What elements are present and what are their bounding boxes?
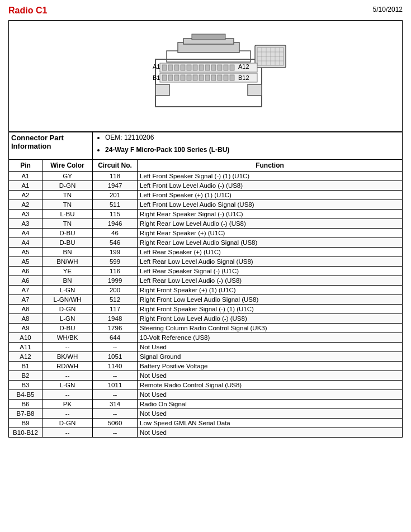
table-row: A1D-GN1947Left Front Low Level Audio (-)… — [9, 181, 403, 191]
cell-circuit: 5060 — [93, 419, 138, 428]
svg-rect-35 — [199, 75, 204, 80]
table-row: B4-B5----Not Used — [9, 390, 403, 400]
col-header-pin: Pin — [9, 160, 42, 172]
cell-circuit: 1946 — [93, 219, 138, 229]
cell-circuit: 1051 — [93, 352, 138, 362]
cell-circuit: -- — [93, 343, 138, 352]
cell-pin: B7-B8 — [9, 409, 42, 419]
cell-pin: A7 — [9, 295, 42, 305]
oem-info-cell: OEM: 12110206 24-Way F Micro-Pack 100 Se… — [93, 132, 403, 160]
col-header-wire: Wire Color — [42, 160, 93, 172]
cell-function: Left Rear Speaker (+) (U1C) — [138, 248, 403, 257]
table-row: A2TN511Left Front Low Level Audio Signal… — [9, 200, 403, 210]
cell-wire: D-BU — [42, 324, 93, 333]
svg-rect-41 — [155, 84, 169, 96]
table-row: A7L-GN200Right Front Speaker (+) (1) (U1… — [9, 286, 403, 295]
svg-text:A1: A1 — [153, 63, 160, 70]
cell-function: Left Rear Low Level Audio (-) (US8) — [138, 276, 403, 286]
cell-function: Left Front Low Level Audio (-) (US8) — [138, 181, 403, 191]
cell-wire: RD/WH — [42, 362, 93, 371]
cell-wire: -- — [42, 409, 93, 419]
cell-wire: TN — [42, 200, 93, 210]
cell-wire: TN — [42, 219, 93, 229]
svg-rect-33 — [187, 75, 191, 80]
cell-wire: -- — [42, 390, 93, 400]
svg-rect-21 — [193, 65, 197, 70]
cell-function: Battery Positive Voltage — [138, 362, 403, 371]
cell-wire: D-GN — [42, 305, 93, 314]
cell-pin: A4 — [9, 229, 42, 238]
cell-function: Radio On Signal — [138, 400, 403, 409]
cell-pin: B3 — [9, 381, 42, 390]
cell-wire: L-GN — [42, 381, 93, 390]
svg-rect-37 — [211, 75, 216, 80]
svg-rect-4 — [192, 34, 225, 40]
cell-circuit: 201 — [93, 191, 138, 200]
cell-circuit: 116 — [93, 267, 138, 276]
cell-circuit: 511 — [93, 200, 138, 210]
table-row: A7L-GN/WH512Right Front Low Level Audio … — [9, 295, 403, 305]
svg-rect-32 — [181, 75, 185, 80]
table-row: B6PK314Radio On Signal — [9, 400, 403, 409]
cell-function: Right Rear Low Level Audio Signal (US8) — [138, 238, 403, 248]
cell-wire: BN — [42, 248, 93, 257]
cell-function: Right Front Low Level Audio (-) (US8) — [138, 314, 403, 324]
svg-rect-16 — [162, 65, 167, 70]
cell-wire: BK/WH — [42, 352, 93, 362]
table-row: A1GY118Left Front Speaker Signal (-) (1)… — [9, 172, 403, 181]
cell-circuit: 546 — [93, 238, 138, 248]
cell-pin: A6 — [9, 267, 42, 276]
cell-pin: A6 — [9, 276, 42, 286]
cell-function: Right Front Speaker Signal (-) (1) (U1C) — [138, 305, 403, 314]
cell-circuit: 314 — [93, 400, 138, 409]
cell-wire: D-GN — [42, 419, 93, 428]
table-row: B7-B8----Not Used — [9, 409, 403, 419]
table-row: A2TN201Left Front Speaker (+) (1) (U1C) — [9, 191, 403, 200]
cell-pin: B9 — [9, 419, 42, 428]
svg-rect-42 — [248, 84, 262, 96]
cell-pin: A5 — [9, 257, 42, 267]
cell-function: Steering Column Radio Control Signal (UK… — [138, 324, 403, 333]
cell-function: Right Rear Speaker (+) (U1C) — [138, 229, 403, 238]
cell-circuit: 118 — [93, 172, 138, 181]
svg-rect-39 — [224, 75, 228, 80]
cell-circuit: 599 — [93, 257, 138, 267]
cell-function: 10-Volt Reference (US8) — [138, 333, 403, 343]
cell-circuit: 117 — [93, 305, 138, 314]
cell-circuit: 644 — [93, 333, 138, 343]
cell-wire: L-GN — [42, 286, 93, 295]
cell-circuit: -- — [93, 371, 138, 381]
svg-rect-19 — [181, 65, 185, 70]
svg-rect-27 — [230, 65, 234, 70]
table-row: A6BN1999Left Rear Low Level Audio (-) (U… — [9, 276, 403, 286]
svg-text:B12: B12 — [238, 74, 249, 81]
cell-pin: B6 — [9, 400, 42, 409]
table-row: B2----Not Used — [9, 371, 403, 381]
cell-function: Not Used — [138, 428, 403, 438]
cell-function: Signal Ground — [138, 352, 403, 362]
connector-info-text: Connector Part Information — [11, 134, 64, 150]
svg-rect-24 — [211, 65, 216, 70]
table-row: A3L-BU115Right Rear Speaker Signal (-) (… — [9, 210, 403, 219]
oem-number: OEM: 12110206 — [105, 134, 400, 141]
table-row: A8D-GN117Right Front Speaker Signal (-) … — [9, 305, 403, 314]
cell-pin: B2 — [9, 371, 42, 381]
cell-function: Low Speed GMLAN Serial Data — [138, 419, 403, 428]
cell-pin: A1 — [9, 181, 42, 191]
cell-wire: -- — [42, 371, 93, 381]
col-header-function: Function — [138, 160, 403, 172]
cell-circuit: 115 — [93, 210, 138, 219]
cell-circuit: 1796 — [93, 324, 138, 333]
svg-rect-22 — [199, 65, 204, 70]
main-table: Connector Part Information OEM: 12110206… — [8, 132, 403, 438]
cell-pin: A7 — [9, 286, 42, 295]
svg-rect-34 — [193, 75, 197, 80]
cell-function: Not Used — [138, 371, 403, 381]
table-row: A12BK/WH1051Signal Ground — [9, 352, 403, 362]
cell-circuit: -- — [93, 390, 138, 400]
table-row: A4D-BU546Right Rear Low Level Audio Sign… — [9, 238, 403, 248]
cell-circuit: 200 — [93, 286, 138, 295]
cell-wire: -- — [42, 343, 93, 352]
svg-text:A12: A12 — [238, 63, 249, 70]
cell-wire: L-BU — [42, 210, 93, 219]
